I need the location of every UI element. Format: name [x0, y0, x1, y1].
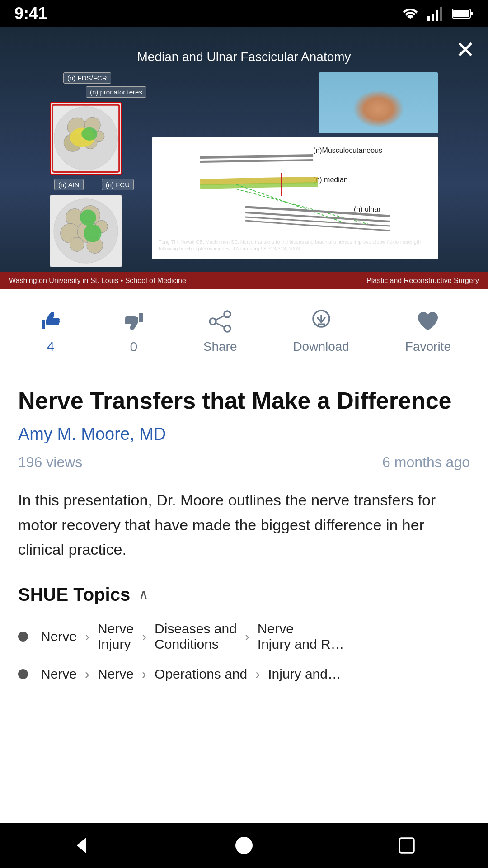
chevron-up-icon: ∧ — [138, 586, 149, 603]
topic-arrow-2: › — [142, 629, 146, 644]
time-ago: 6 months ago — [382, 454, 470, 471]
nerve-cross-section-top — [50, 102, 122, 175]
favorite-label: Favorite — [405, 340, 451, 354]
slide-diagram: (n) FDS/FCR (n) pronator teres — [50, 72, 438, 267]
svg-rect-3 — [440, 7, 442, 21]
topic-item-nerve-1[interactable]: Nerve — [41, 629, 77, 644]
department-name: Plastic and Reconstructive Surgery — [366, 277, 479, 285]
svg-rect-5 — [470, 12, 473, 15]
nerve-diagram: (n)Musculocutaneous (n) median (n) ulnar — [152, 137, 438, 259]
status-bar: 9:41 — [0, 0, 488, 27]
description-text: In this presentation, Dr. Moore outlines… — [18, 488, 470, 561]
topic-arrow-6: › — [255, 666, 260, 682]
svg-marker-40 — [77, 838, 86, 853]
topic-item-operations[interactable]: Operations and — [155, 666, 247, 682]
meta-row: 196 views 6 months ago — [18, 454, 470, 471]
signal-icon — [427, 6, 444, 21]
download-icon — [308, 308, 335, 335]
share-button[interactable]: Share — [203, 308, 237, 354]
svg-point-41 — [235, 837, 253, 854]
thumbs-up-icon — [37, 307, 64, 335]
views-count: 196 views — [18, 454, 82, 471]
svg-point-32 — [224, 311, 230, 317]
slide-content: Median and Ulnar Fascicular Anatomy (n) … — [50, 50, 438, 267]
like-count: 4 — [47, 339, 55, 354]
svg-point-22 — [70, 237, 84, 252]
svg-rect-42 — [399, 838, 414, 853]
download-label: Download — [293, 340, 349, 354]
close-button[interactable]: ✕ — [455, 38, 475, 61]
nerve-right-panel: (n)Musculocutaneous (n) median (n) ulnar — [152, 72, 438, 259]
action-bar: 4 0 Share — [0, 289, 488, 368]
navigation-bar — [0, 823, 488, 868]
topics-section: SHUE Topics ∧ Nerve › NerveInjury › Dise… — [18, 585, 470, 682]
status-time: 9:41 — [14, 4, 47, 23]
fcu-label: (n) FCU — [102, 179, 134, 190]
topics-header[interactable]: SHUE Topics ∧ — [18, 585, 470, 605]
back-button[interactable] — [63, 827, 99, 863]
svg-line-36 — [216, 323, 225, 327]
slide-bottom-bar: Washington University in St. Louis • Sch… — [0, 272, 488, 289]
svg-line-35 — [216, 316, 225, 320]
like-button[interactable]: 4 — [37, 307, 64, 354]
share-icon — [206, 308, 234, 335]
topic-row-2: Nerve › Nerve › Operations and › Injury … — [18, 666, 470, 682]
home-button[interactable] — [226, 827, 262, 863]
status-icons — [401, 6, 474, 21]
download-button[interactable]: Download — [293, 308, 349, 354]
share-label: Share — [203, 340, 237, 354]
svg-point-25 — [84, 224, 102, 242]
svg-rect-0 — [427, 16, 430, 21]
fds-fcr-label: (n) FDS/FCR — [63, 72, 111, 84]
media-container: ✕ Median and Ulnar Fascicular Anatomy (n… — [0, 27, 488, 289]
arm-photo — [319, 72, 438, 133]
svg-point-33 — [210, 318, 216, 325]
dislike-count: 0 — [130, 339, 138, 354]
wifi-icon — [401, 6, 419, 21]
topic-item-injury-and[interactable]: Injury and… — [268, 666, 341, 682]
battery-icon — [452, 8, 474, 19]
topics-title: SHUE Topics — [18, 585, 130, 605]
ain-label: (n) AIN — [54, 179, 84, 190]
institution-name: Washington University in St. Louis • Sch… — [9, 277, 186, 285]
heart-icon — [414, 308, 441, 335]
topic-arrow-4: › — [85, 666, 89, 682]
svg-point-24 — [80, 210, 96, 226]
topic-row-1: Nerve › NerveInjury › Diseases andCondit… — [18, 621, 470, 652]
video-title: Nerve Transfers that Make a Difference — [18, 387, 470, 415]
topic-arrow-5: › — [142, 666, 146, 682]
recents-button[interactable] — [389, 827, 425, 863]
citation-text: Tung TH, Novak CB, Mackinnon SE. Nerve t… — [159, 239, 432, 253]
slide-title: Median and Ulnar Fascicular Anatomy — [50, 50, 438, 64]
svg-text:(n) median: (n) median — [313, 176, 347, 184]
svg-point-14 — [81, 127, 97, 141]
topic-item-nerve-3[interactable]: Nerve — [98, 666, 134, 682]
topic-dot-1 — [18, 632, 28, 642]
favorite-button[interactable]: Favorite — [405, 308, 451, 354]
author-name[interactable]: Amy M. Moore, MD — [18, 425, 470, 444]
nerve-cross-section-bottom — [50, 195, 122, 267]
svg-rect-1 — [432, 14, 434, 21]
svg-rect-6 — [453, 10, 469, 17]
topic-item-diseases[interactable]: Diseases andConditions — [155, 621, 237, 652]
topic-item-nerve-injury-1[interactable]: NerveInjury — [98, 621, 134, 652]
svg-text:(n)Musculocutaneous: (n)Musculocutaneous — [313, 146, 382, 154]
topic-arrow-1: › — [85, 629, 89, 644]
svg-rect-2 — [436, 10, 438, 21]
svg-point-34 — [224, 326, 230, 332]
svg-text:(n) ulnar: (n) ulnar — [354, 205, 381, 213]
content-area: Nerve Transfers that Make a Difference A… — [0, 368, 488, 682]
nerve-left-panel: (n) FDS/FCR (n) pronator teres — [50, 72, 146, 267]
topic-arrow-3: › — [245, 629, 249, 644]
topic-dot-2 — [18, 669, 28, 679]
thumbs-down-icon — [120, 307, 147, 335]
pronator-teres-label: (n) pronator teres — [86, 86, 146, 98]
dislike-button[interactable]: 0 — [120, 307, 147, 354]
topic-item-nerve-2[interactable]: Nerve — [41, 666, 77, 682]
topic-item-nerve-injury-r[interactable]: NerveInjury and R… — [258, 621, 344, 652]
